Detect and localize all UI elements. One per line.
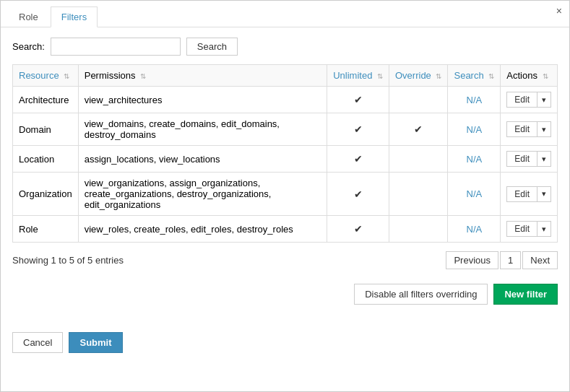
cell-permissions: view_domains, create_domains, edit_domai…	[78, 113, 327, 146]
edit-btn-group: Edit▾	[506, 186, 551, 202]
col-permissions: Permissions ⇅	[78, 65, 327, 87]
cell-override	[389, 146, 448, 173]
edit-button[interactable]: Edit	[506, 121, 537, 137]
cell-unlimited: ✔	[327, 87, 389, 113]
cell-override	[389, 87, 448, 113]
cell-actions: Edit▾	[501, 146, 558, 173]
sort-icon-unlimited: ⇅	[377, 72, 383, 80]
checkmark-unlimited: ✔	[354, 188, 363, 200]
search-na-link[interactable]: N/A	[467, 124, 483, 135]
page-number: 1	[500, 251, 521, 269]
cell-permissions: view_architectures	[78, 87, 327, 113]
new-filter-button[interactable]: New filter	[493, 284, 558, 305]
edit-dropdown-button[interactable]: ▾	[537, 186, 551, 202]
cell-actions: Edit▾	[501, 87, 558, 113]
edit-button[interactable]: Edit	[506, 151, 537, 167]
edit-button[interactable]: Edit	[506, 92, 537, 108]
next-button[interactable]: Next	[522, 251, 558, 269]
cell-resource: Architecture	[13, 87, 79, 113]
search-na-link[interactable]: N/A	[467, 224, 483, 235]
cell-resource: Organization	[13, 173, 79, 216]
pagination-controls: Previous 1 Next	[446, 251, 558, 269]
search-button[interactable]: Search	[186, 38, 238, 56]
search-label: Search:	[12, 41, 45, 52]
search-row: Search: Search	[12, 38, 558, 56]
cell-unlimited: ✔	[327, 146, 389, 173]
filters-table: Resource ⇅ Permissions ⇅ Unlimited ⇅ Ove…	[12, 64, 558, 243]
col-actions: Actions ⇅	[501, 65, 558, 87]
checkmark-unlimited: ✔	[354, 94, 363, 105]
checkmark-unlimited: ✔	[354, 123, 363, 135]
sort-icon-permissions: ⇅	[140, 72, 146, 80]
edit-dropdown-button[interactable]: ▾	[537, 121, 551, 137]
search-na-link[interactable]: N/A	[467, 188, 483, 199]
search-input[interactable]	[51, 38, 181, 56]
cell-resource: Domain	[13, 113, 79, 146]
edit-dropdown-button[interactable]: ▾	[537, 92, 551, 108]
edit-button[interactable]: Edit	[506, 186, 537, 202]
cell-unlimited: ✔	[327, 173, 389, 216]
cell-search: N/A	[448, 113, 501, 146]
cell-actions: Edit▾	[501, 216, 558, 243]
cell-search: N/A	[448, 173, 501, 216]
sort-icon-actions: ⇅	[543, 72, 548, 80]
close-icon[interactable]: ×	[556, 5, 562, 17]
table-header-row: Resource ⇅ Permissions ⇅ Unlimited ⇅ Ove…	[13, 65, 558, 87]
checkmark-unlimited: ✔	[354, 223, 363, 235]
table-row: Domainview_domains, create_domains, edit…	[13, 113, 558, 146]
edit-dropdown-button[interactable]: ▾	[537, 151, 551, 167]
col-override[interactable]: Override ⇅	[389, 65, 448, 87]
cell-resource: Location	[13, 146, 79, 173]
sort-icon-override: ⇅	[436, 72, 441, 80]
cell-search: N/A	[448, 146, 501, 173]
cell-override: ✔	[389, 113, 448, 146]
cell-search: N/A	[448, 87, 501, 113]
table-row: Architectureview_architectures✔N/AEdit▾	[13, 87, 558, 113]
edit-dropdown-button[interactable]: ▾	[537, 221, 551, 237]
edit-btn-group: Edit▾	[506, 151, 551, 167]
sort-icon-search: ⇅	[488, 72, 494, 80]
tabs-container: Role Filters	[1, 1, 569, 27]
cancel-button[interactable]: Cancel	[12, 332, 63, 353]
search-na-link[interactable]: N/A	[467, 154, 483, 165]
checkmark-override: ✔	[414, 123, 423, 135]
edit-btn-group: Edit▾	[506, 221, 551, 237]
cell-actions: Edit▾	[501, 113, 558, 146]
cell-override	[389, 216, 448, 243]
submit-button[interactable]: Submit	[69, 332, 122, 353]
content-area: Search: Search Resource ⇅ Permissions ⇅	[1, 27, 569, 326]
edit-btn-group: Edit▾	[506, 92, 551, 108]
search-na-link[interactable]: N/A	[467, 95, 483, 105]
cell-unlimited: ✔	[327, 113, 389, 146]
checkmark-unlimited: ✔	[354, 153, 363, 165]
bottom-actions: Disable all filters overriding New filte…	[12, 284, 558, 305]
cell-override	[389, 173, 448, 216]
disable-filters-button[interactable]: Disable all filters overriding	[354, 284, 488, 305]
tab-role[interactable]: Role	[8, 6, 49, 27]
cell-permissions: assign_locations, view_locations	[78, 146, 327, 173]
table-row: Locationassign_locations, view_locations…	[13, 146, 558, 173]
tab-filters[interactable]: Filters	[51, 6, 98, 27]
col-resource[interactable]: Resource ⇅	[13, 65, 79, 87]
col-search[interactable]: Search ⇅	[448, 65, 501, 87]
cell-search: N/A	[448, 216, 501, 243]
pagination-row: Showing 1 to 5 of 5 entries Previous 1 N…	[12, 251, 558, 269]
previous-button[interactable]: Previous	[446, 251, 498, 269]
cell-resource: Role	[13, 216, 79, 243]
cell-actions: Edit▾	[501, 173, 558, 216]
col-unlimited[interactable]: Unlimited ⇅	[327, 65, 389, 87]
footer-actions: Cancel Submit	[1, 326, 569, 365]
modal: × Role Filters Search: Search Resource ⇅…	[0, 0, 570, 392]
edit-btn-group: Edit▾	[506, 121, 551, 137]
sort-icon-resource: ⇅	[64, 72, 69, 80]
cell-unlimited: ✔	[327, 216, 389, 243]
cell-permissions: view_roles, create_roles, edit_roles, de…	[78, 216, 327, 243]
table-row: Roleview_roles, create_roles, edit_roles…	[13, 216, 558, 243]
cell-permissions: view_organizations, assign_organizations…	[78, 173, 327, 216]
edit-button[interactable]: Edit	[506, 221, 537, 237]
entries-text: Showing 1 to 5 of 5 entries	[12, 255, 124, 266]
table-row: Organizationview_organizations, assign_o…	[13, 173, 558, 216]
